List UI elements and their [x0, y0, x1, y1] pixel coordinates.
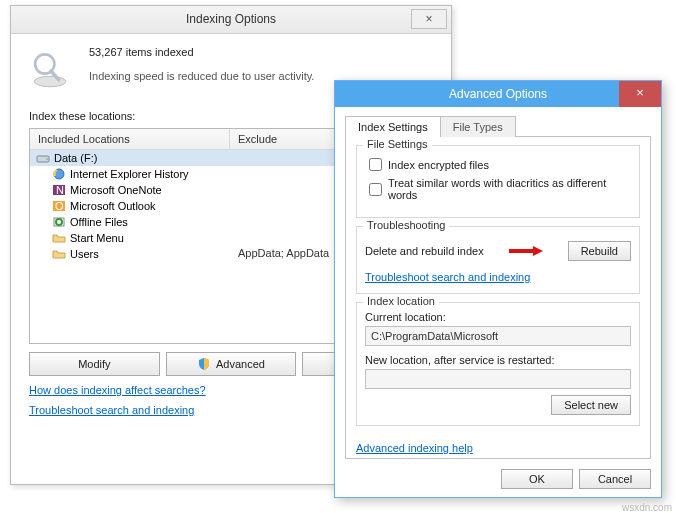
svg-text:O: O: [55, 200, 64, 212]
magnifier-drive-icon: [29, 50, 71, 92]
list-item-label: Users: [70, 248, 99, 260]
list-item-label: Microsoft Outlook: [70, 200, 156, 212]
list-item-label: Start Menu: [70, 232, 124, 244]
advanced-options-window: Advanced Options × Index Settings File T…: [334, 80, 662, 498]
tab-file-types[interactable]: File Types: [440, 116, 516, 137]
advanced-help-link[interactable]: Advanced indexing help: [356, 442, 473, 454]
rebuild-button[interactable]: Rebuild: [568, 241, 631, 261]
troubleshoot-link[interactable]: Troubleshoot search and indexing: [365, 271, 530, 283]
advanced-button[interactable]: Advanced: [166, 352, 297, 376]
window-title: Indexing Options: [11, 12, 451, 26]
titlebar[interactable]: Advanced Options ×: [335, 81, 661, 107]
cancel-button[interactable]: Cancel: [579, 469, 651, 489]
troubleshoot-link[interactable]: Troubleshoot search and indexing: [29, 404, 194, 416]
tab-content: File Settings Index encrypted files Trea…: [345, 137, 651, 459]
items-indexed-label: 53,267 items indexed: [89, 46, 314, 58]
outlook-icon: O: [52, 199, 66, 213]
file-settings-group: File Settings Index encrypted files Trea…: [356, 145, 640, 218]
uac-shield-icon: [197, 357, 211, 371]
folder-icon: [52, 231, 66, 245]
checkbox[interactable]: [369, 158, 382, 171]
close-icon[interactable]: ×: [619, 81, 661, 107]
ok-button[interactable]: OK: [501, 469, 573, 489]
index-location-group: Index location Current location: New loc…: [356, 302, 640, 426]
new-location-field: [365, 369, 631, 389]
tab-index-settings[interactable]: Index Settings: [345, 116, 441, 137]
troubleshooting-group: Troubleshooting Delete and rebuild index…: [356, 226, 640, 294]
folder-icon: [52, 247, 66, 261]
modify-button[interactable]: Modify: [29, 352, 160, 376]
current-location-label: Current location:: [365, 311, 631, 323]
current-location-field: [365, 326, 631, 346]
checkbox-label: Treat similar words with diacritics as d…: [388, 177, 631, 201]
tabs: Index Settings File Types: [345, 115, 651, 137]
red-arrow-icon: [509, 246, 543, 256]
titlebar[interactable]: Indexing Options ×: [11, 6, 451, 34]
list-item-label: Offline Files: [70, 216, 128, 228]
close-icon[interactable]: ×: [411, 9, 447, 29]
col-included: Included Locations: [30, 129, 230, 149]
new-location-label: New location, after service is restarted…: [365, 354, 631, 366]
list-item-label: Microsoft OneNote: [70, 184, 162, 196]
group-label: File Settings: [363, 138, 432, 150]
group-label: Troubleshooting: [363, 219, 449, 231]
svg-marker-13: [533, 246, 543, 256]
speed-note-label: Indexing speed is reduced due to user ac…: [89, 70, 314, 82]
onenote-icon: N: [52, 183, 66, 197]
list-item-label: Data (F:): [54, 152, 97, 164]
checkbox[interactable]: [369, 183, 382, 196]
watermark: wsxdn.com: [622, 502, 672, 513]
checkbox-label: Index encrypted files: [388, 159, 489, 171]
window-title: Advanced Options: [335, 87, 661, 101]
svg-point-0: [34, 76, 66, 87]
group-label: Index location: [363, 295, 439, 307]
offline-files-icon: [52, 215, 66, 229]
delete-rebuild-label: Delete and rebuild index: [365, 245, 484, 257]
diacritics-check[interactable]: Treat similar words with diacritics as d…: [369, 177, 631, 201]
how-indexing-link[interactable]: How does indexing affect searches?: [29, 384, 206, 396]
drive-icon: [36, 151, 50, 165]
ie-history-icon: [52, 167, 66, 181]
index-encrypted-check[interactable]: Index encrypted files: [369, 158, 631, 171]
svg-text:N: N: [56, 184, 64, 196]
list-item-label: Internet Explorer History: [70, 168, 189, 180]
select-new-button[interactable]: Select new: [551, 395, 631, 415]
svg-point-4: [46, 158, 48, 160]
